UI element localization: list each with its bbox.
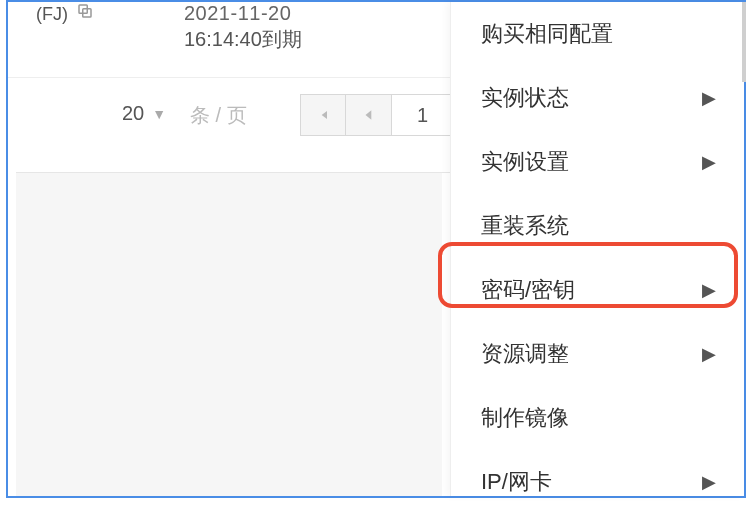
scrollbar[interactable] <box>742 2 746 82</box>
chevron-right-icon: ▶ <box>702 279 716 301</box>
instance-id-frag: (FJ) <box>36 4 68 25</box>
first-page-button[interactable] <box>300 94 346 136</box>
context-menu: 购买相同配置 实例状态 ▶ 实例设置 ▶ 重装系统 密码/密钥 ▶ 资源调整 ▶… <box>450 2 744 496</box>
menu-item-label: 制作镜像 <box>481 403 569 433</box>
menu-item-ip-nic[interactable]: IP/网卡 ▶ <box>451 450 744 505</box>
menu-item-create-image[interactable]: 制作镜像 <box>451 386 744 450</box>
chevron-right-icon: ▶ <box>702 343 716 365</box>
menu-item-label: 实例设置 <box>481 147 569 177</box>
page-size-select[interactable]: 20 ▼ <box>122 102 166 125</box>
menu-item-instance-settings[interactable]: 实例设置 ▶ <box>451 130 744 194</box>
chevron-right-icon: ▶ <box>702 471 716 493</box>
page-size-value: 20 <box>122 102 144 125</box>
expiry-time: 16:14:40到期 <box>184 26 302 53</box>
page-number-input[interactable] <box>392 94 454 136</box>
chevron-right-icon: ▶ <box>702 87 716 109</box>
expiry-date: 2021-11-20 <box>184 2 291 25</box>
menu-item-label: 资源调整 <box>481 339 569 369</box>
menu-item-label: 密码/密钥 <box>481 275 575 305</box>
menu-item-resource-adjust[interactable]: 资源调整 ▶ <box>451 322 744 386</box>
menu-item-label: 重装系统 <box>481 211 569 241</box>
copy-icon[interactable] <box>76 2 94 20</box>
menu-item-label: 购买相同配置 <box>481 19 613 49</box>
menu-item-label: IP/网卡 <box>481 467 552 497</box>
caret-down-icon: ▼ <box>152 106 166 122</box>
menu-item-instance-status[interactable]: 实例状态 ▶ <box>451 66 744 130</box>
menu-item-buy-same-config[interactable]: 购买相同配置 <box>451 2 744 66</box>
menu-item-label: 实例状态 <box>481 83 569 113</box>
prev-page-button[interactable] <box>346 94 392 136</box>
menu-item-reinstall-os[interactable]: 重装系统 <box>451 194 744 258</box>
chevron-right-icon: ▶ <box>702 151 716 173</box>
content-area <box>16 173 442 496</box>
menu-item-password-key[interactable]: 密码/密钥 ▶ <box>451 258 744 322</box>
per-page-label: 条 / 页 <box>190 102 247 129</box>
